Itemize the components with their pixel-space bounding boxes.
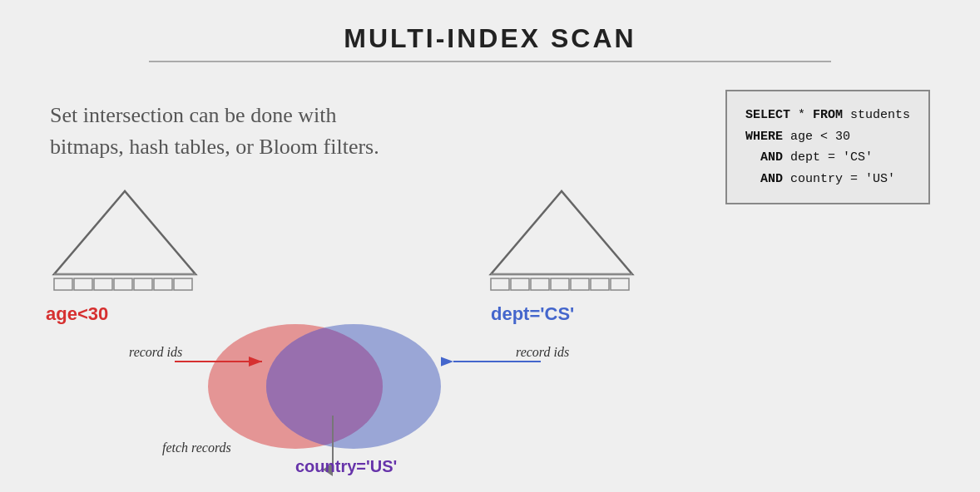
svg-rect-3 [74, 278, 92, 290]
svg-rect-14 [551, 278, 569, 290]
label-record-ids-right: record ids [516, 345, 569, 360]
sql-cond2: dept = 'CS' [790, 150, 873, 165]
svg-rect-11 [491, 278, 509, 290]
sql-kw-select: SELECT [745, 108, 790, 122]
svg-rect-5 [114, 278, 132, 290]
label-country: country='US' [295, 457, 397, 476]
sql-cond1: age < 30 [790, 130, 850, 144]
svg-marker-0 [54, 191, 196, 274]
svg-marker-9 [491, 191, 632, 274]
svg-rect-2 [54, 278, 72, 290]
sql-kw-where: WHERE [745, 130, 783, 144]
index-triangle-age [46, 183, 204, 303]
svg-rect-16 [591, 278, 609, 290]
index-triangle-dept [483, 183, 641, 303]
svg-rect-15 [571, 278, 589, 290]
diagram-area: age<30 dept='CS' [0, 183, 980, 490]
subtitle-line1: Set intersection can be done with [50, 103, 336, 127]
label-dept: dept='CS' [491, 303, 574, 325]
label-age: age<30 [46, 303, 108, 325]
svg-rect-4 [94, 278, 112, 290]
svg-rect-17 [611, 278, 629, 290]
page: MULTI-INDEX SCAN Set intersection can be… [0, 0, 980, 492]
svg-rect-8 [174, 278, 192, 290]
subtitle-line2: bitmaps, hash tables, or Bloom filters. [50, 135, 379, 159]
sql-kw-and1: AND [760, 150, 783, 165]
subtitle-text: Set intersection can be done with bitmap… [50, 100, 379, 162]
svg-rect-13 [531, 278, 549, 290]
arrow-record-ids-left [175, 349, 275, 377]
sql-table: students [850, 108, 910, 122]
svg-rect-6 [134, 278, 152, 290]
title-divider [149, 61, 831, 62]
svg-rect-12 [511, 278, 529, 290]
svg-rect-7 [154, 278, 172, 290]
label-fetch-records: fetch records [162, 440, 231, 455]
page-title: MULTI-INDEX SCAN [0, 0, 980, 54]
sql-kw-from: FROM [813, 108, 843, 122]
label-record-ids-left: record ids [129, 345, 182, 360]
